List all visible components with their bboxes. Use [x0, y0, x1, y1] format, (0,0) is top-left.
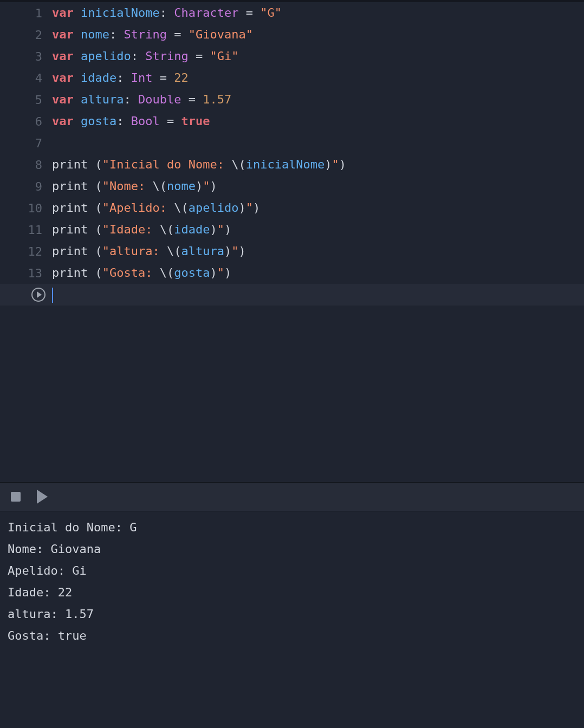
code-line-7[interactable]: 7 — [0, 132, 584, 154]
text-cursor — [52, 288, 53, 303]
code-content: print ("Gosta: \(gosta)") — [52, 262, 231, 284]
code-content: var apelido: String = "Gi" — [52, 46, 238, 67]
code-line-1[interactable]: 1 var inicialNome: Character = "G" — [0, 2, 584, 24]
console-line: Apelido: Gi — [8, 560, 576, 582]
code-line-2[interactable]: 2 var nome: String = "Giovana" — [0, 24, 584, 46]
line-number: 7 — [0, 136, 52, 150]
code-content: var altura: Double = 1.57 — [52, 89, 231, 110]
play-circle-icon[interactable] — [31, 288, 46, 302]
code-content: print ("Apelido: \(apelido)") — [52, 197, 260, 219]
code-content: print ("Nome: \(nome)") — [52, 176, 217, 197]
code-line-12[interactable]: 12 print ("altura: \(altura)") — [0, 240, 584, 262]
line-number: 12 — [0, 245, 52, 258]
code-line-11[interactable]: 11 print ("Idade: \(idade)") — [0, 219, 584, 240]
line-number: 11 — [0, 223, 52, 237]
console-toolbar — [0, 482, 584, 511]
code-line-5[interactable]: 5 var altura: Double = 1.57 — [0, 89, 584, 110]
line-number: 1 — [0, 6, 52, 20]
code-content — [52, 284, 53, 306]
code-line-10[interactable]: 10 print ("Apelido: \(apelido)") — [0, 197, 584, 219]
code-content: print ("Inicial do Nome: \(inicialNome)"… — [52, 154, 346, 176]
run-line-gutter[interactable] — [0, 288, 52, 302]
console-line: Idade: 22 — [8, 582, 576, 603]
code-content: var idade: Int = 22 — [52, 67, 189, 89]
play-button[interactable] — [37, 490, 48, 504]
line-number: 9 — [0, 180, 52, 193]
stop-button[interactable] — [11, 492, 21, 502]
line-number: 3 — [0, 50, 52, 63]
console-line: Nome: Giovana — [8, 538, 576, 560]
code-editor[interactable]: 1 var inicialNome: Character = "G" 2 var… — [0, 2, 584, 482]
console-line: altura: 1.57 — [8, 603, 576, 625]
code-line-current[interactable] — [0, 284, 584, 306]
code-content: print ("altura: \(altura)") — [52, 240, 246, 262]
line-number: 5 — [0, 93, 52, 107]
line-number: 4 — [0, 72, 52, 85]
code-line-3[interactable]: 3 var apelido: String = "Gi" — [0, 46, 584, 67]
line-number: 10 — [0, 202, 52, 215]
code-line-4[interactable]: 4 var idade: Int = 22 — [0, 67, 584, 89]
code-line-8[interactable]: 8 print ("Inicial do Nome: \(inicialNome… — [0, 154, 584, 176]
console-output[interactable]: Inicial do Nome: G Nome: Giovana Apelido… — [0, 511, 584, 728]
code-line-9[interactable]: 9 print ("Nome: \(nome)") — [0, 176, 584, 197]
code-line-13[interactable]: 13 print ("Gosta: \(gosta)") — [0, 262, 584, 284]
code-content: var inicialNome: Character = "G" — [52, 2, 282, 24]
line-number: 2 — [0, 28, 52, 42]
console-line: Gosta: true — [8, 625, 576, 647]
line-number: 13 — [0, 266, 52, 280]
code-content: print ("Idade: \(idade)") — [52, 219, 231, 240]
line-number: 6 — [0, 115, 52, 128]
line-number: 8 — [0, 158, 52, 172]
code-line-6[interactable]: 6 var gosta: Bool = true — [0, 110, 584, 132]
console-line: Inicial do Nome: G — [8, 517, 576, 538]
code-content: var nome: String = "Giovana" — [52, 24, 253, 46]
code-content: var gosta: Bool = true — [52, 110, 210, 132]
